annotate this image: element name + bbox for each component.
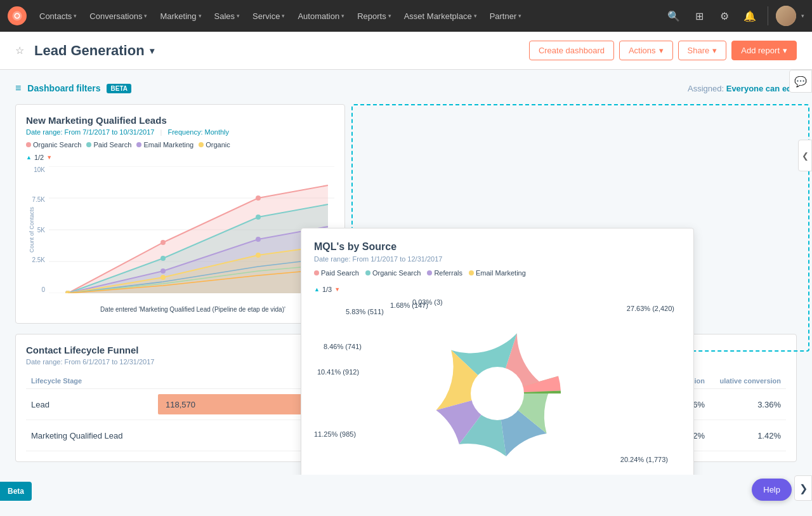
assigned-value-link[interactable]: Everyone can edit — [726, 84, 797, 93]
pie-label-1: 27.63% (2,420) — [627, 305, 674, 312]
nav-sales[interactable]: Sales ▾ — [209, 8, 246, 25]
pie-pagination: ▲ 1/3 ▼ — [314, 286, 681, 293]
lifecycle-stage-mql: Marketing Qualified Lead — [26, 420, 153, 451]
x-axis-label: Date entered 'Marketing Qualified Lead (… — [51, 306, 334, 313]
nav-automation-chevron: ▾ — [341, 13, 344, 19]
add-report-button[interactable]: Add report ▾ — [731, 41, 797, 60]
title-dropdown-chevron[interactable]: ▾ — [150, 46, 154, 56]
y-axis-label: Count of Contacts — [29, 166, 35, 293]
actions-chevron: ▾ — [659, 46, 664, 55]
mql-legend: Organic Search Paid Search Email Marketi… — [26, 141, 334, 149]
avatar[interactable] — [776, 6, 796, 26]
legend-item-email: Email Marketing — [136, 141, 193, 149]
svg-point-10 — [160, 256, 166, 261]
legend-item-paid-search: Paid Search — [86, 141, 131, 149]
nav-conversations[interactable]: Conversations ▾ — [84, 8, 152, 25]
mql-chart-subtitle: Date range: From 7/1/2017 to 10/31/2017 … — [26, 128, 334, 136]
svg-point-21 — [471, 367, 524, 420]
share-button[interactable]: Share ▾ — [678, 41, 727, 60]
pie-dot-organic — [365, 270, 370, 275]
pie-legend-email: Email Marketing — [469, 269, 526, 277]
nav-sales-chevron: ▾ — [237, 13, 240, 19]
nav-marketing-chevron: ▾ — [199, 13, 202, 19]
nav-automation[interactable]: Automation ▾ — [292, 8, 350, 25]
add-report-chevron: ▾ — [783, 46, 787, 55]
beta-badge: BETA — [107, 84, 131, 93]
nav-service-chevron: ▾ — [282, 13, 285, 19]
mql-chart-title: New Marketing Qualified Leads — [26, 115, 334, 126]
mql-chart-card: New Marketing Qualified Leads Date range… — [15, 104, 345, 324]
pie-dot-referrals — [427, 270, 432, 275]
pie-legend-referrals: Referrals — [427, 269, 462, 277]
pie-chart-card: MQL's by Source Date range: From 1/1/201… — [301, 228, 694, 475]
avatar-chevron[interactable]: ▾ — [801, 13, 804, 19]
pie-chart-svg — [402, 298, 593, 475]
nav-reports[interactable]: Reports ▾ — [352, 8, 396, 25]
col-cumulative-header: ulative conversion — [710, 373, 786, 389]
create-dashboard-button[interactable]: Create dashboard — [529, 41, 614, 60]
nav-marketing[interactable]: Marketing ▾ — [155, 8, 206, 25]
lead-cumulative: 3.36% — [710, 389, 786, 420]
legend-item-organic-search: Organic Search — [26, 141, 81, 149]
lifecycle-stage-lead: Lead — [26, 389, 153, 420]
header-bar: ☆ Lead Generation ▾ Create dashboard Act… — [0, 32, 812, 70]
pie-dot-paid — [314, 270, 319, 275]
pie-label-4: 11.25% (985) — [314, 430, 356, 438]
nav-service[interactable]: Service ▾ — [247, 8, 290, 25]
pie-dot-email — [469, 270, 474, 275]
pie-label-7: 5.83% (511) — [346, 308, 384, 315]
svg-point-13 — [160, 268, 166, 274]
nav-partner[interactable]: Partner ▾ — [485, 8, 527, 25]
pie-label-2: 20.24% (1,773) — [620, 456, 668, 463]
filter-label[interactable]: Dashboard filters — [27, 83, 100, 93]
legend-dot-email — [136, 142, 141, 147]
pie-legend-organic-search: Organic Search — [365, 269, 421, 277]
favorite-star-icon[interactable]: ☆ — [15, 44, 24, 56]
svg-point-17 — [256, 253, 261, 258]
actions-button[interactable]: Actions ▾ — [619, 41, 673, 60]
hubspot-logo[interactable] — [8, 6, 27, 25]
legend-item-organic: Organic — [199, 141, 230, 149]
filter-icon: ≡ — [15, 83, 21, 94]
collapse-panel-button[interactable]: ❮ — [798, 140, 812, 171]
notifications-icon[interactable]: 🔔 — [740, 6, 760, 26]
nav-reports-chevron: ▾ — [388, 13, 391, 19]
nav-asset-marketplace[interactable]: Asset Marketplace ▾ — [399, 8, 482, 25]
pie-chart-subtitle: Date range: From 1/1/2017 to 12/31/2017 — [314, 255, 681, 263]
mql-pagination: ▲ 1/2 ▼ — [26, 154, 334, 161]
pie-pg-down: ▼ — [334, 286, 340, 293]
svg-point-16 — [160, 275, 166, 280]
nav-contacts-chevron: ▾ — [74, 13, 77, 19]
nav-divider — [768, 6, 768, 25]
top-nav: Contacts ▾ Conversations ▾ Marketing ▾ S… — [0, 0, 812, 32]
settings-icon[interactable]: ⚙ — [714, 6, 735, 26]
nav-right: 🔍 ⊞ ⚙ 🔔 ▾ — [664, 6, 804, 26]
share-chevron: ▾ — [712, 46, 717, 55]
pie-label-6: 8.46% (741) — [324, 343, 362, 350]
line-chart-svg: Jul 2017 Aug 2017 Sep 2017 — [49, 166, 334, 293]
search-icon[interactable]: 🔍 — [664, 6, 684, 26]
svg-point-7 — [160, 240, 166, 245]
nav-asset-marketplace-chevron: ▾ — [474, 13, 477, 19]
pie-label-9: 0.03% (3) — [412, 298, 443, 306]
pg-up-icon: ▲ — [26, 154, 32, 161]
pie-body: 27.63% (2,420) 20.24% (1,773) 14.46% (1,… — [314, 298, 681, 475]
pie-chart-title: MQL's by Source — [314, 241, 681, 253]
nav-contacts[interactable]: Contacts ▾ — [34, 8, 82, 25]
dashboard-filters: ≡ Dashboard filters BETA Assigned: Every… — [15, 83, 797, 94]
pie-label-5: 10.41% (912) — [317, 368, 359, 376]
apps-icon[interactable]: ⊞ — [689, 6, 709, 26]
pie-page: 1/3 — [322, 286, 332, 293]
pie-pg-up: ▲ — [314, 286, 320, 293]
content-area: ≡ Dashboard filters BETA Assigned: Every… — [0, 70, 812, 475]
chat-icon[interactable]: 💬 — [789, 70, 812, 93]
assigned-text: Assigned: Everyone can edit — [688, 84, 797, 93]
legend-dot-organic2 — [199, 142, 204, 147]
line-chart-area: Count of Contacts — [49, 166, 334, 293]
svg-point-14 — [256, 237, 261, 242]
header-actions: Create dashboard Actions ▾ Share ▾ Add r… — [529, 41, 797, 60]
nav-partner-chevron: ▾ — [518, 13, 521, 19]
pie-legend: Paid Search Organic Search Referrals Ema… — [314, 269, 681, 277]
legend-dot-paid — [86, 142, 91, 147]
col-lifecycle-header: Lifecycle Stage — [26, 373, 153, 389]
